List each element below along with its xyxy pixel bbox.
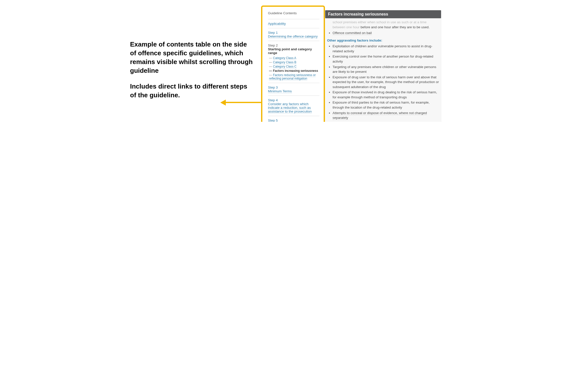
nav-step-link[interactable]: Consider any factors which indicate a re… xyxy=(268,102,312,114)
nav-step-1: Step 1Determining the offence category xyxy=(268,31,319,38)
list-item: Exposure of those involved in drug deali… xyxy=(333,90,440,100)
nav-step-link[interactable]: Minimum Terms xyxy=(268,89,292,93)
nav-step-number: Step 2 xyxy=(268,44,319,47)
nav-step-number: Step 3 xyxy=(268,86,319,89)
preamble-rest: before and one hour after they are to be… xyxy=(360,25,429,29)
nav-step-number: Step 5 xyxy=(268,119,319,122)
nav-step-2: Step 2Starting point and category range—… xyxy=(268,44,319,80)
aggravating-subhead: Other aggravating factors include: xyxy=(327,38,440,43)
panel-factors-increasing: Factors increasing seriousness school pr… xyxy=(325,10,441,122)
explanatory-text: Example of contents table on the side of… xyxy=(130,5,253,100)
list-item: Exercising control over the home of anot… xyxy=(333,54,440,64)
explain-para-1: Example of contents table on the side of… xyxy=(130,40,253,75)
list-item: Exposure of third parties to the risk of… xyxy=(333,100,440,110)
nav-sub-link[interactable]: Factors reducing seriousness or reflecti… xyxy=(269,73,316,81)
nav-step-number: Step 1 xyxy=(268,31,319,35)
nav-sub-link[interactable]: Category Class C xyxy=(273,65,297,69)
list-item: Targeting of any premises where children… xyxy=(333,65,440,74)
list-item: Exploitation of children and/or vulnerab… xyxy=(333,44,440,54)
nav-link-applicability[interactable]: Applicability xyxy=(268,22,286,26)
nav-step-number: Step 4 xyxy=(268,98,319,102)
nav-sub-current: Factors increasing seriousness xyxy=(273,69,318,73)
list-item: Exposure of drug user to the risk of ser… xyxy=(333,75,440,90)
explain-para-2: Includes direct links to different steps… xyxy=(130,82,253,100)
nav-step-link[interactable]: Determining the offence category xyxy=(268,35,318,39)
list-item: Offence committed on bail xyxy=(333,31,440,36)
contents-nav-title: Guideline Contents xyxy=(268,11,319,18)
panel-title-increasing: Factors increasing seriousness xyxy=(325,10,441,18)
nav-step-4: Step 4Consider any factors which indicat… xyxy=(268,98,319,113)
pointer-arrow xyxy=(220,99,263,106)
nav-step-3: Step 3Minimum Terms xyxy=(268,86,319,93)
nav-step-5: Step 5Reduction for guilty pleas xyxy=(268,119,319,122)
contents-nav: Guideline Contents Applicability Step 1D… xyxy=(266,10,322,122)
nav-sub-link[interactable]: Category Class B xyxy=(273,61,296,64)
list-item: Presence of others, especially children … xyxy=(333,121,440,122)
nav-step-link: Starting point and category range xyxy=(268,47,312,55)
guideline-content: Factors increasing seriousness school pr… xyxy=(325,10,441,122)
list-item: Attempts to conceal or dispose of eviden… xyxy=(333,111,440,120)
nav-sub-link[interactable]: Category Class A xyxy=(273,56,296,60)
guideline-screenshot: Guideline Contents Applicability Step 1D… xyxy=(266,10,441,122)
